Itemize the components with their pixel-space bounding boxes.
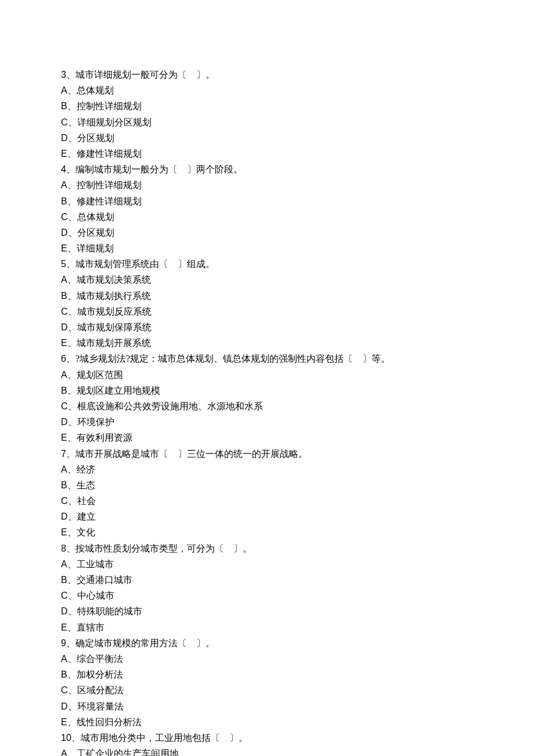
option-letter: A — [61, 654, 67, 664]
option-text: 、环境保护 — [68, 417, 114, 427]
option-text: 、加权分析法 — [67, 669, 123, 679]
option-text: 、线性回归分析法 — [67, 717, 142, 727]
option-c: C、城市规划反应系统 — [61, 304, 473, 319]
option-letter: B — [61, 291, 67, 301]
option-letter: C — [61, 401, 68, 411]
option-letter: D — [61, 228, 68, 237]
option-letter: C — [61, 685, 68, 695]
question-number: 9 — [61, 638, 66, 648]
option-text: 、控制性详细规划 — [67, 180, 142, 190]
option-letter: C — [61, 117, 68, 127]
question-3: 3、城市详细规划一般可分为〔 〕。A、总体规划B、控制性详细规划C、详细规划分区… — [61, 67, 473, 161]
option-text: 、直辖市 — [67, 622, 104, 632]
option-text: 、城市规划执行系统 — [67, 291, 151, 301]
question-text: 7、城市开展战略是城市〔 〕三位一体的统一的开展战略。 — [61, 446, 473, 462]
option-text: 、综合平衡法 — [67, 654, 123, 664]
option-letter: E — [61, 527, 67, 537]
question-9: 9、确定城市规模的常用方法〔 〕。A、综合平衡法B、加权分析法C、区域分配法D、… — [61, 635, 473, 730]
option-letter: E — [61, 149, 67, 159]
question-stem: 、城市规划管理系统由〔 〕组成。 — [66, 259, 215, 269]
question-number: 4 — [61, 164, 66, 174]
option-letter: A — [61, 85, 67, 95]
question-stem: 、?城乡规划法?规定：城市总体规划、镇总体规划的强制性内容包括〔 〕等。 — [66, 354, 390, 363]
option-c: C、中心城市 — [61, 588, 473, 603]
option-text: 、生态 — [67, 480, 95, 490]
question-stem: 、城市详细规划一般可分为〔 〕。 — [66, 70, 215, 80]
option-c: C、总体规划 — [61, 209, 473, 225]
question-text: 4、编制城市规划一般分为〔 〕两个阶段。 — [61, 161, 473, 177]
option-letter: C — [61, 496, 68, 506]
option-a: A、总体规划 — [61, 82, 473, 98]
option-letter: A — [61, 370, 67, 380]
question-number: 10 — [61, 733, 71, 743]
option-letter: A — [61, 465, 67, 474]
option-letter: C — [61, 307, 68, 316]
option-a: A、工矿企业的生产车间用地 — [61, 746, 473, 756]
option-text: 、分区规划 — [68, 228, 114, 237]
question-number: 5 — [61, 259, 66, 269]
option-text: 、控制性详细规划 — [67, 101, 142, 111]
option-text: 、修建性详细规划 — [67, 149, 142, 159]
option-e: E、修建性详细规划 — [61, 146, 473, 161]
option-c: C、根底设施和公共效劳设施用地、水源地和水系 — [61, 398, 473, 414]
option-text: 、规划区建立用地规模 — [67, 386, 160, 395]
option-text: 、经济 — [67, 465, 95, 474]
option-letter: D — [61, 701, 68, 711]
option-letter: B — [61, 575, 67, 585]
option-b: B、规划区建立用地规模 — [61, 383, 473, 398]
option-letter: B — [61, 669, 67, 679]
option-a: A、经济 — [61, 462, 473, 477]
option-d: D、环境保护 — [61, 414, 473, 430]
option-text: 、建立 — [68, 512, 96, 521]
option-text: 、城市规划开展系统 — [67, 338, 151, 348]
option-e: E、城市规划开展系统 — [61, 335, 473, 351]
option-letter: D — [61, 512, 68, 521]
option-letter: C — [61, 212, 68, 222]
option-text: 、交通港口城市 — [67, 575, 132, 585]
option-b: B、城市规划执行系统 — [61, 288, 473, 304]
option-letter: D — [61, 133, 68, 143]
option-c: C、社会 — [61, 493, 473, 509]
option-text: 、工矿企业的生产车间用地 — [67, 748, 179, 756]
option-d: D、特殊职能的城市 — [61, 603, 473, 619]
option-a: A、工业城市 — [61, 556, 473, 572]
option-a: A、综合平衡法 — [61, 651, 473, 667]
option-text: 、总体规划 — [68, 212, 114, 222]
option-text: 、根底设施和公共效劳设施用地、水源地和水系 — [68, 401, 263, 411]
option-text: 、规划区范围 — [67, 370, 123, 380]
option-b: B、控制性详细规划 — [61, 98, 473, 114]
option-a: A、城市规划决策系统 — [61, 272, 473, 287]
document-content: 3、城市详细规划一般可分为〔 〕。A、总体规划B、控制性详细规划C、详细规划分区… — [61, 67, 473, 756]
question-number: 6 — [61, 354, 66, 363]
option-e: E、线性回归分析法 — [61, 714, 473, 730]
option-b: B、加权分析法 — [61, 667, 473, 682]
question-6: 6、?城乡规划法?规定：城市总体规划、镇总体规划的强制性内容包括〔 〕等。A、规… — [61, 351, 473, 445]
option-letter: E — [61, 338, 67, 348]
option-e: E、直辖市 — [61, 620, 473, 635]
option-letter: D — [61, 606, 68, 616]
option-text: 、工业城市 — [67, 559, 114, 569]
option-d: D、环境容量法 — [61, 699, 473, 714]
option-letter: D — [61, 322, 68, 332]
option-text: 、社会 — [68, 496, 96, 506]
option-letter: E — [61, 433, 67, 442]
option-a: A、规划区范围 — [61, 367, 473, 383]
question-stem: 、城市用地分类中，工业用地包括〔 〕。 — [71, 733, 248, 743]
option-d: D、分区规划 — [61, 225, 473, 240]
question-text: 9、确定城市规模的常用方法〔 〕。 — [61, 635, 473, 651]
option-e: E、有效利用资源 — [61, 430, 473, 445]
option-letter: A — [61, 180, 67, 190]
question-8: 8、按城市性质划分城市类型，可分为〔 〕。A、工业城市B、交通港口城市C、中心城… — [61, 541, 473, 635]
option-letter: C — [61, 591, 68, 600]
option-d: D、城市规划保障系统 — [61, 319, 473, 335]
option-letter: B — [61, 386, 67, 395]
option-d: D、分区规划 — [61, 130, 473, 146]
option-text: 、修建性详细规划 — [67, 196, 142, 206]
option-e: E、文化 — [61, 524, 473, 540]
option-letter: A — [61, 275, 67, 285]
question-text: 5、城市规划管理系统由〔 〕组成。 — [61, 256, 473, 272]
option-text: 、环境容量法 — [68, 701, 124, 711]
question-stem: 、按城市性质划分城市类型，可分为〔 〕。 — [66, 543, 252, 553]
option-text: 、城市规划决策系统 — [67, 275, 151, 285]
option-text: 、详细规划 — [67, 243, 114, 253]
